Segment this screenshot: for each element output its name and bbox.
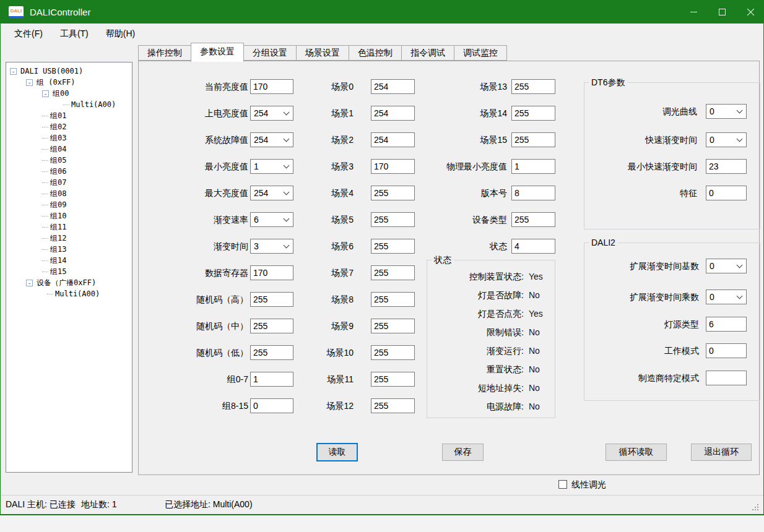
minimize-icon [690, 12, 697, 12]
scene-8-input[interactable] [371, 292, 415, 307]
status-row-value: No [529, 288, 540, 302]
device-type-input[interactable] [511, 212, 555, 227]
min-fast-fade-time-input[interactable] [706, 159, 747, 174]
manufacturer-specific-mode-input[interactable] [706, 371, 747, 385]
tree-connector [42, 227, 48, 228]
field-label: 当前亮度值 [112, 79, 248, 94]
menu-file[interactable]: 文件(F) [6, 24, 51, 43]
status-row-value: No [529, 325, 540, 339]
field-label: 扩展渐变时间乘数 [583, 290, 699, 304]
field-label: 场景3 [261, 159, 354, 174]
field-label: 随机码（高） [112, 292, 248, 307]
tree-connector [42, 194, 48, 194]
status-row-label: 限制错误: [428, 325, 524, 339]
field-label: 组8-15 [112, 398, 248, 413]
physical-min-level-input[interactable] [511, 159, 555, 174]
tree-item-group14[interactable]: 组14 [42, 255, 132, 266]
close-button[interactable] [736, 0, 764, 24]
tree-item-label: 组 (0xFF) [37, 77, 76, 88]
status-row-value: No [529, 344, 540, 358]
collapse-icon[interactable]: - [10, 68, 17, 75]
scene-11-input[interactable] [371, 372, 415, 387]
status-row-label: 灯是否点亮: [428, 307, 524, 320]
field-label: 设备类型 [372, 212, 507, 227]
tree-connector [42, 216, 48, 217]
scene-7-input[interactable] [371, 265, 415, 280]
app-window: DALI DALIController 文件(F) 工具(T) 帮助(H) -D… [0, 0, 764, 515]
chevron-down-icon [737, 108, 743, 114]
field-label: 快速渐变时间 [586, 132, 697, 147]
tab-strip: 操作控制 参数设置 分组设置 场景设置 色温控制 指令调试 调试监控 [138, 43, 507, 62]
field-label: 物理最小亮度值 [372, 159, 507, 174]
status-row-value: Yes [529, 270, 543, 283]
tree-item-label: 组03 [50, 133, 66, 144]
field-label: 场景14 [372, 106, 507, 121]
tree-item-label: 组10 [50, 211, 66, 221]
features-input[interactable] [706, 186, 747, 200]
light-source-type-input[interactable] [706, 317, 747, 332]
scene-10-input[interactable] [371, 345, 415, 360]
tab-parameter-settings[interactable]: 参数设置 [191, 43, 244, 62]
tree-item-group09[interactable]: 组09 [42, 199, 132, 210]
tab-debug-monitor[interactable]: 调试监控 [454, 45, 507, 61]
chevron-down-icon [737, 262, 743, 268]
field-label: 渐变速率 [112, 212, 248, 227]
linear-dimming-label: 线性调光 [571, 478, 606, 491]
linear-dimming-checkbox[interactable] [558, 480, 567, 489]
tree-item-label: 组12 [50, 233, 66, 244]
read-button[interactable]: 读取 [316, 443, 358, 461]
tree-item-label: 组05 [50, 155, 66, 166]
extended-fade-time-multiplier-combo[interactable]: 0 [706, 290, 747, 304]
status-input[interactable] [511, 239, 555, 254]
scene-14-input[interactable] [511, 106, 555, 121]
field-label: 组0-7 [112, 372, 248, 387]
field-label: 特征 [586, 186, 697, 200]
save-button[interactable]: 保存 [442, 444, 484, 461]
menu-tools[interactable]: 工具(T) [51, 24, 97, 43]
field-label: 系统故障值 [112, 132, 248, 147]
field-label: 场景4 [261, 186, 354, 200]
resize-grip[interactable] [752, 504, 753, 505]
collapse-icon[interactable]: - [26, 280, 33, 286]
operating-mode-input[interactable] [706, 343, 747, 358]
tree-item-group02[interactable]: 组02 [42, 121, 132, 132]
tree-item-label: 组04 [50, 144, 66, 155]
collapse-icon[interactable]: - [26, 79, 33, 86]
tab-command-debug[interactable]: 指令调试 [401, 45, 454, 61]
chevron-down-icon [737, 293, 743, 299]
tree-item-dali-usb[interactable]: -DALI USB(0001) [10, 66, 132, 77]
tab-operation-control[interactable]: 操作控制 [138, 45, 191, 61]
scene-9-input[interactable] [371, 319, 415, 333]
extended-fade-time-base-combo[interactable]: 0 [706, 259, 747, 273]
scene-12-input[interactable] [371, 398, 415, 413]
combo-value: 0 [710, 133, 714, 147]
tree-connector [42, 127, 48, 127]
combo-value: 0 [710, 259, 714, 273]
combo-value: 0 [710, 105, 714, 118]
scene-13-input[interactable] [511, 79, 555, 94]
maximize-icon [719, 9, 726, 15]
close-icon [747, 8, 755, 16]
exit-loop-button[interactable]: 退出循环 [691, 444, 752, 461]
loop-read-button[interactable]: 循环读取 [606, 444, 667, 461]
fast-fade-time-combo[interactable]: 0 [706, 132, 747, 147]
tab-grouping-settings[interactable]: 分组设置 [243, 45, 297, 61]
field-label: 场景11 [261, 372, 354, 387]
dt6-group-title: DT6参数 [589, 77, 627, 88]
field-label: 最小亮度值 [112, 159, 248, 174]
status-row-value: No [529, 381, 540, 395]
tab-scene-settings[interactable]: 场景设置 [296, 45, 349, 61]
status-row-value: No [529, 400, 540, 413]
status-row-label: 渐变运行: [428, 344, 524, 358]
tab-color-temp-control[interactable]: 色温控制 [349, 45, 402, 61]
scene-15-input[interactable] [511, 132, 555, 147]
collapse-icon[interactable]: - [42, 90, 49, 97]
maximize-button[interactable] [708, 0, 736, 24]
field-label: 场景7 [261, 265, 354, 280]
version-number-input[interactable] [511, 186, 555, 200]
menu-help[interactable]: 帮助(H) [97, 24, 144, 43]
dimming-curve-combo[interactable]: 0 [706, 104, 747, 119]
tree-connector [47, 294, 53, 294]
minimize-button[interactable] [679, 0, 708, 24]
field-label: 制造商特定模式 [583, 371, 699, 385]
